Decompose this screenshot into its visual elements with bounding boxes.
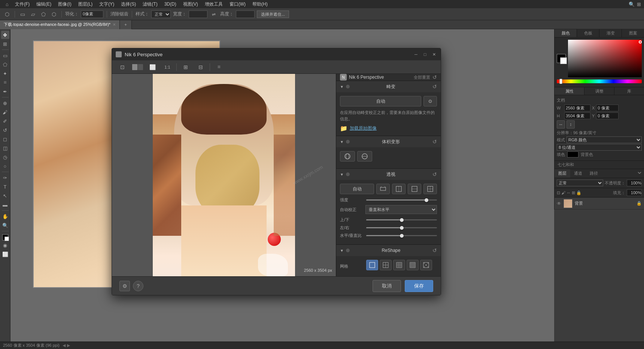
move-tool-icon[interactable]: ⬡	[3, 10, 11, 18]
nik-grid-view-btn[interactable]: ⊡	[116, 62, 129, 72]
grid-btn-3[interactable]	[393, 260, 405, 270]
tilt-shift-auto-btn[interactable]: 自动	[340, 96, 421, 106]
library-tab[interactable]: 库	[614, 87, 644, 95]
lock-paint-icon[interactable]: 🖌	[561, 190, 565, 195]
tab-close-icon[interactable]: ✕	[113, 22, 116, 27]
canvas-h-input[interactable]	[564, 112, 590, 119]
move-tool[interactable]: ✥	[1, 31, 9, 39]
save-button[interactable]: 保存	[405, 280, 433, 292]
layers-tab[interactable]: 图层	[555, 169, 570, 178]
foreground-color[interactable]	[2, 234, 8, 240]
menu-edit[interactable]: 编辑(E)	[33, 0, 54, 8]
menu-image[interactable]: 图像(I)	[55, 0, 74, 8]
grid-btn-custom[interactable]	[420, 260, 432, 270]
new-tab-btn[interactable]: ＋	[120, 20, 132, 29]
eraser-tool[interactable]: ◻	[1, 135, 9, 143]
canvas-w-input[interactable]	[564, 105, 590, 111]
mode-select[interactable]: RGB 颜色	[566, 136, 642, 143]
menu-layer[interactable]: 图层(L)	[75, 0, 96, 8]
nik-single-view-btn[interactable]: ⬜	[146, 62, 159, 72]
lock-all-icon[interactable]: 🔒	[576, 190, 581, 195]
shape-tool[interactable]: ▬	[1, 201, 9, 209]
brush-tool[interactable]: 🖌	[1, 108, 9, 116]
auto-correct-select[interactable]: 垂直和水平	[365, 205, 437, 214]
grid-btn-4[interactable]	[407, 260, 419, 270]
healing-tool[interactable]: ⊕	[1, 99, 9, 107]
lock-move-icon[interactable]: ↔	[566, 190, 571, 195]
channels-tab[interactable]: 通道	[570, 169, 586, 178]
hue-slider[interactable]	[557, 79, 642, 83]
adjustments-tab[interactable]: 调整	[584, 87, 614, 95]
swatches-tab[interactable]: 色板	[577, 29, 599, 37]
ratio-slider[interactable]	[366, 235, 437, 236]
grid-btn-2[interactable]	[380, 260, 392, 270]
volume-transform-header[interactable]: ▼ 体积变形 ↺	[336, 136, 441, 147]
gradients-tab[interactable]: 渐变	[599, 29, 622, 37]
fill-color-swatch[interactable]	[567, 151, 578, 157]
perspective-header[interactable]: ▼ 透视 ↺	[336, 169, 441, 180]
status-arrow-right[interactable]: ▶	[67, 343, 70, 348]
clone-stamp-tool[interactable]: ✐	[1, 117, 9, 125]
transform-icon[interactable]: ⬡	[50, 10, 58, 18]
menu-3d[interactable]: 3D(D)	[161, 1, 179, 7]
persp-icon4[interactable]	[423, 184, 437, 194]
width-input[interactable]	[189, 10, 207, 18]
text-tool[interactable]: T	[1, 183, 9, 191]
status-arrow-left[interactable]: ◀	[63, 343, 66, 348]
reshape-reset[interactable]: ↺	[432, 247, 437, 253]
load-original-link[interactable]: 加载原始图像	[350, 125, 377, 132]
volume-expand-btn[interactable]	[340, 151, 355, 162]
nik-grid-overlay-btn[interactable]: ⊞	[179, 62, 192, 72]
eyedropper-tool[interactable]: ✒	[1, 87, 9, 96]
history-brush-tool[interactable]: ↺	[1, 126, 9, 134]
layer-row-bg[interactable]: 👁 背景 🔒	[555, 198, 644, 210]
menu-file[interactable]: 文件(F)	[12, 0, 33, 8]
screen-mode-tool[interactable]: ⬜	[1, 250, 9, 258]
menu-filter[interactable]: 滤镜(T)	[140, 0, 160, 8]
menu-view[interactable]: 视图(V)	[180, 0, 201, 8]
volume-compress-btn[interactable]	[357, 151, 372, 162]
paths-tab[interactable]: 路径	[586, 169, 602, 178]
document-tab[interactable]: 下载-topaz-denoise-enhance-faceai-.jpg @ 2…	[0, 20, 120, 29]
background-swatch[interactable]	[560, 57, 567, 64]
nik-crop-btn[interactable]: ⌗	[212, 62, 226, 72]
color-spectrum[interactable]	[568, 40, 642, 77]
blend-mode-select[interactable]: 正常	[557, 180, 603, 186]
zoom-tool[interactable]: 🔍	[1, 221, 9, 229]
bit-depth-select[interactable]: 8 位/通道	[557, 144, 642, 151]
lasso-icon[interactable]: ⬠	[39, 10, 48, 18]
select-mask-button[interactable]: 选择并遮住...	[257, 10, 289, 18]
ellipse-marquee-icon[interactable]: ▱	[29, 10, 37, 18]
search-icon[interactable]: 🔍	[629, 1, 635, 7]
opacity-input[interactable]	[627, 180, 642, 186]
patterns-tab[interactable]: 图案	[622, 29, 644, 37]
vertical-slider[interactable]	[366, 219, 437, 220]
menu-select[interactable]: 选择(S)	[118, 0, 139, 8]
reset-all-icon[interactable]: ↺	[432, 74, 437, 80]
reshape-header[interactable]: ▼ ReShape ↺	[336, 245, 441, 256]
flip-h-icon[interactable]: ↔	[557, 120, 565, 129]
persp-icon2[interactable]	[392, 184, 405, 194]
tilt-shift-icon-btn[interactable]: ⊙	[423, 96, 437, 106]
menu-window[interactable]: 窗口(W)	[227, 0, 249, 8]
background-color[interactable]	[4, 237, 9, 241]
height-input[interactable]	[236, 10, 255, 18]
artboard-tool[interactable]: ⊞	[1, 40, 9, 48]
color-tab[interactable]: 颜色	[555, 29, 577, 37]
strength-slider[interactable]	[366, 199, 437, 201]
home-icon[interactable]: ⌂	[3, 0, 11, 8]
gradient-tool[interactable]: ◫	[1, 144, 9, 152]
layer-eye-icon[interactable]: 👁	[557, 201, 561, 206]
feather-input[interactable]	[81, 10, 103, 18]
persp-icon3[interactable]	[408, 184, 421, 194]
menu-help[interactable]: 帮助(H)	[249, 0, 271, 8]
lock-transparent-icon[interactable]: ⊡	[557, 190, 560, 195]
path-selection-tool[interactable]: ↖	[1, 192, 9, 200]
volume-reset[interactable]: ↺	[432, 139, 437, 145]
dodge-tool[interactable]: ○	[1, 162, 9, 170]
foreground-swatch[interactable]	[557, 54, 566, 63]
properties-tab[interactable]: 属性	[555, 87, 584, 95]
nik-horizon-btn[interactable]: ⊟	[194, 62, 207, 72]
arrange-icon[interactable]: ⊞	[637, 1, 641, 7]
fill-input[interactable]	[627, 189, 642, 196]
